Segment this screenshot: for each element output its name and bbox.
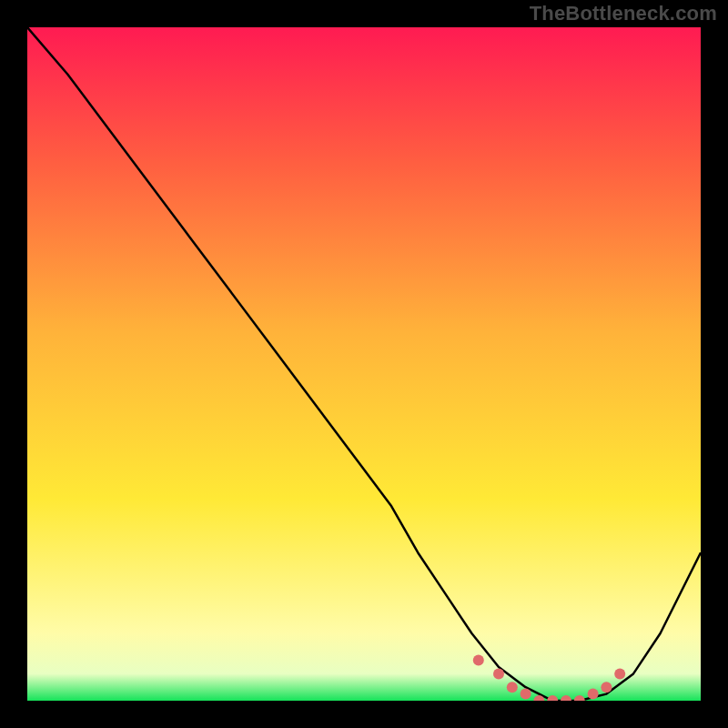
highlight-dot [521,689,531,700]
bottleneck-chart-svg [27,27,701,701]
highlight-dot [493,668,504,679]
highlight-dot [473,655,484,666]
highlight-dot [588,689,599,700]
watermark-text: TheBottleneck.com [530,2,717,25]
highlight-dot [601,682,612,693]
highlight-dot [507,682,518,693]
chart-frame: TheBottleneck.com [0,0,728,728]
plot-area [27,27,701,701]
gradient-background [27,27,701,701]
highlight-dot [614,668,625,679]
